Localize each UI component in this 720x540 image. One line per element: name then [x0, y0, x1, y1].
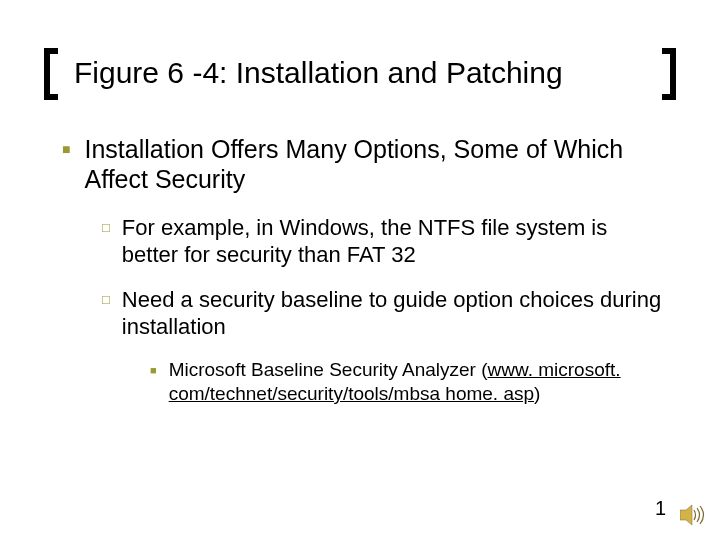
slide-title: Figure 6 -4: Installation and Patching [74, 56, 648, 90]
bracket-right-icon [662, 48, 676, 100]
hollow-square-bullet-icon: □ [102, 214, 110, 268]
bullet-level-1: ■ Installation Offers Many Options, Some… [62, 134, 664, 194]
level2-text: For example, in Windows, the NTFS file s… [122, 214, 664, 268]
bracket-left-icon [44, 48, 58, 100]
level3-text: Microsoft Baseline Security Analyzer (ww… [169, 358, 664, 406]
hollow-square-bullet-icon: □ [102, 286, 110, 340]
square-bullet-icon: ■ [62, 134, 70, 194]
bullet-level-3: ■ Microsoft Baseline Security Analyzer (… [150, 358, 664, 406]
page-number: 1 [655, 497, 666, 520]
title-wrap: Figure 6 -4: Installation and Patching [56, 48, 664, 100]
bullet-level-2: □ Need a security baseline to guide opti… [102, 286, 664, 340]
svg-marker-0 [680, 505, 692, 525]
bullet-level-2: □ For example, in Windows, the NTFS file… [102, 214, 664, 268]
level2-text: Need a security baseline to guide option… [122, 286, 664, 340]
level3-prefix: Microsoft Baseline Security Analyzer ( [169, 359, 488, 380]
square-bullet-icon: ■ [150, 358, 157, 406]
level3-suffix: ) [534, 383, 540, 404]
slide: Figure 6 -4: Installation and Patching ■… [0, 0, 720, 540]
level1-text: Installation Offers Many Options, Some o… [84, 134, 664, 194]
speaker-icon[interactable] [680, 504, 706, 526]
